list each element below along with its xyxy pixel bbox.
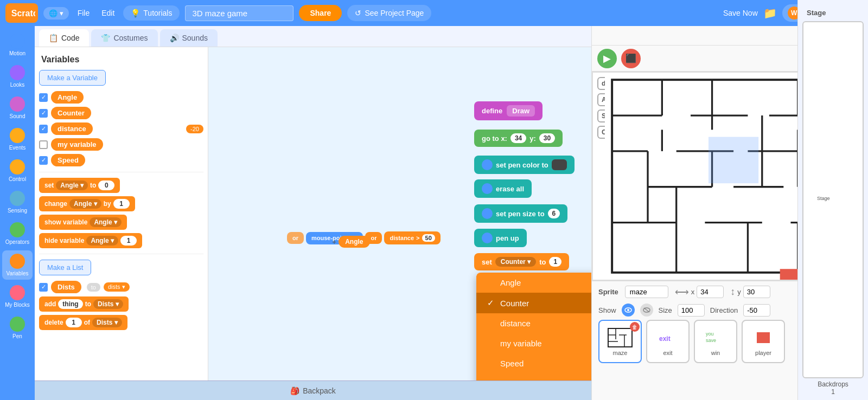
scratch-logo[interactable]: Scratch [5, 3, 38, 23]
var-checkbox-counter[interactable] [39, 109, 48, 118]
block-set-angle[interactable]: set Angle ▾ to 0 [39, 178, 120, 193]
set-pen-color-block[interactable]: set pen color to [474, 156, 575, 174]
angle-dropdown3[interactable]: Angle ▾ [90, 217, 122, 227]
var-row-distance: distance -20 [39, 122, 203, 135]
var-checkbox-speed[interactable] [39, 156, 48, 165]
dropdown-item-rename[interactable]: Rename variable [476, 373, 591, 380]
pen-icon [10, 317, 25, 332]
sidebar-item-sensing[interactable]: Sensing [2, 188, 33, 217]
var-checkbox-myvariable[interactable] [39, 140, 48, 149]
green-flag-button[interactable]: ▶ [597, 49, 617, 68]
dropdown-item-angle[interactable]: Angle [476, 273, 591, 293]
tab-costumes[interactable]: 👕 Costumes [91, 29, 157, 47]
stage-backdrop-thumb[interactable]: Stage [802, 21, 864, 378]
make-variable-button[interactable]: Make a Variable [39, 70, 106, 86]
counter-dropdown-script[interactable]: Counter ▾ [495, 257, 536, 267]
delete-maze-button[interactable]: 🗑 [630, 322, 640, 332]
direction-input[interactable] [743, 304, 770, 317]
set-pen-size-block[interactable]: set pen size to 6 [474, 204, 567, 223]
var-pill-counter[interactable]: Counter [51, 107, 91, 119]
dropdown-item-myvariable[interactable]: my variable [476, 333, 591, 353]
share-button[interactable]: Share [299, 5, 342, 21]
see-project-button[interactable]: ↺ See Project Page [347, 5, 431, 21]
var-checkbox-distance[interactable] [39, 125, 48, 133]
dists-dropdown[interactable]: Dists ▾ [93, 299, 123, 309]
edit-menu[interactable]: Edit [98, 7, 118, 20]
pen-color-swatch[interactable] [552, 159, 567, 170]
tutorials-button[interactable]: 💡 Tutorials [123, 5, 180, 21]
sidebar-item-variables[interactable]: Variables [2, 250, 33, 280]
sidebar-item-operators[interactable]: Operators [2, 219, 33, 248]
angle-dropdown2[interactable]: Angle ▾ [69, 199, 101, 209]
sidebar-item-pen[interactable]: Pen [2, 313, 33, 343]
file-menu[interactable]: File [74, 7, 93, 20]
motion-label: Motion [9, 50, 25, 56]
backdrops-count: 1 [831, 388, 835, 396]
dropdown-item-counter[interactable]: ✓ Counter [476, 293, 591, 313]
tab-sounds-label: Sounds [182, 34, 208, 42]
folder-icon[interactable]: 📁 [763, 7, 777, 20]
var-pill-speed[interactable]: Speed [51, 154, 85, 166]
block-add-dists[interactable]: add thing to Dists ▾ [39, 296, 129, 312]
maze-thumbnail [607, 327, 633, 348]
dists-value-dropdown[interactable]: dists ▾ [104, 282, 130, 292]
erase-all-block[interactable]: erase all [474, 179, 532, 198]
sprite-card-exit[interactable]: exit exit [646, 320, 690, 363]
var-pill-myvariable[interactable]: my variable [51, 138, 103, 151]
make-list-button[interactable]: Make a List [39, 260, 91, 275]
tab-bar: 📋 Code 👕 Costumes 🔊 Sounds [35, 26, 591, 47]
tab-sounds[interactable]: 🔊 Sounds [160, 29, 218, 47]
var-pill-dists[interactable]: Dists [51, 281, 81, 293]
svg-text:Scratch: Scratch [11, 9, 35, 18]
size-label: Size [659, 306, 672, 314]
angle-pill-script[interactable]: Angle [339, 236, 369, 248]
size-input[interactable] [678, 304, 705, 317]
events-label: Events [9, 145, 26, 151]
operators-icon [10, 222, 25, 237]
angle-dropdown[interactable]: Angle ▾ [56, 180, 88, 190]
save-now-button[interactable]: Save Now [723, 9, 758, 17]
sprite-y-input[interactable] [743, 286, 770, 298]
dists-dropdown2[interactable]: Dists ▾ [92, 318, 122, 327]
var-checkbox-dists[interactable] [39, 283, 48, 292]
globe-button[interactable]: 🌐 ▾ [43, 7, 69, 20]
sidebar-item-motion[interactable]: Motion [2, 30, 33, 60]
sidebar-item-control[interactable]: Control [2, 156, 33, 185]
sidebar-item-looks[interactable]: Looks [2, 62, 33, 91]
show-eye-button[interactable] [622, 304, 635, 317]
dropdown-item-distance[interactable]: distance [476, 313, 591, 333]
sprite-card-player[interactable]: player [742, 320, 785, 363]
see-project-label: See Project Page [365, 9, 424, 17]
sound-icon [10, 96, 25, 112]
tab-code[interactable]: 📋 Code [39, 29, 89, 47]
hide-eye-button[interactable] [640, 304, 653, 317]
block-show-angle[interactable]: show variable Angle ▾ [39, 215, 127, 230]
sidebar-item-events[interactable]: Events [2, 125, 33, 154]
sounds-icon: 🔊 [170, 34, 179, 42]
script-area[interactable]: or mouse-pointer ▾ or distance > 50 + An… [208, 47, 591, 380]
block-hide-angle[interactable]: hide variable Angle ▾ 1 [39, 233, 142, 248]
block-delete-dists[interactable]: delete 1 of Dists ▾ [39, 315, 127, 330]
dropdown-item-speed[interactable]: Speed [476, 353, 591, 373]
var-pill-angle[interactable]: Angle [51, 91, 84, 104]
set-counter-block[interactable]: set Counter ▾ to 1 [474, 253, 569, 270]
backpack-bar[interactable]: 🎒 Backpack [35, 380, 591, 400]
var-checkbox-angle[interactable] [39, 93, 48, 102]
sprite-x-input[interactable] [697, 286, 724, 298]
sidebar-item-sound[interactable]: Sound [2, 93, 33, 122]
sprite-card-win[interactable]: you save win [694, 320, 737, 363]
project-name-input[interactable] [185, 5, 293, 21]
angle-dropdown4[interactable]: Angle ▾ [86, 236, 118, 246]
define-draw-block[interactable]: define Draw [474, 101, 542, 120]
sprite-name-input[interactable] [625, 286, 668, 298]
checkmark-icon: ✓ [487, 298, 496, 308]
block-change-angle[interactable]: change Angle ▾ by 1 [39, 196, 135, 211]
var-row-speed: Speed [39, 154, 203, 166]
sidebar-item-myblocks[interactable]: My Blocks [2, 282, 33, 311]
costumes-icon: 👕 [101, 34, 110, 42]
stop-button[interactable]: ⬛ [621, 49, 641, 68]
goto-xy-block[interactable]: go to x: 34 y: 30 [474, 130, 563, 147]
var-pill-distance[interactable]: distance [51, 122, 93, 135]
sprite-card-maze[interactable]: 🗑 maze [598, 320, 642, 363]
pen-up-block[interactable]: pen up [474, 229, 527, 247]
